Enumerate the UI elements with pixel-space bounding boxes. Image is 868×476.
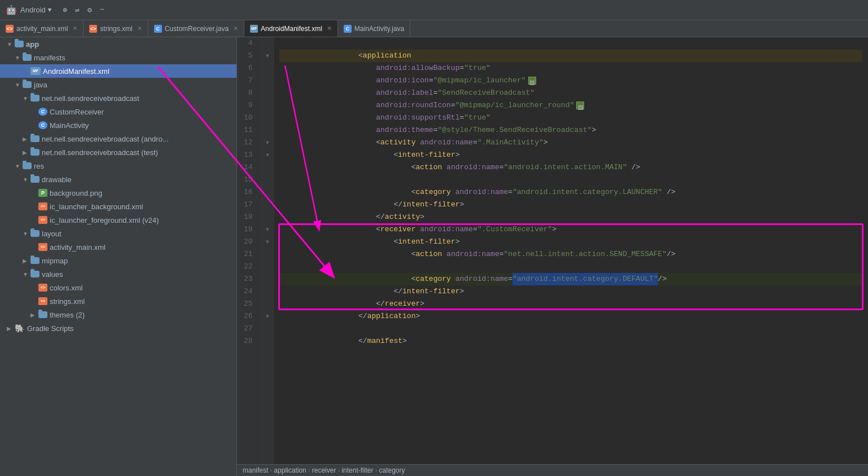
code-lines[interactable]: <application android:allowBackup="true" … [274,37,868,347]
sidebar-item-themes[interactable]: themes (2) [0,308,236,321]
gutter-13[interactable]: ▼ [262,149,273,161]
expand-arrow-package-main[interactable] [23,95,30,102]
tab-icon-xml: <> [6,25,14,33]
tag-close-intent-filter-1: intent-filter [402,199,459,211]
sidebar-item-activity-main-xml[interactable]: <> activity_main.xml [0,240,236,254]
sidebar-item-java[interactable]: java [0,78,236,91]
breadcrumb-receiver[interactable]: receiver [312,466,336,474]
val-category-launcher: "android.intent.category.LAUNCHER" [512,186,662,199]
tab-android-manifest[interactable]: MF AndroidManifest.xml ✕ [244,20,338,37]
dropdown-arrow[interactable]: ▼ [48,7,52,14]
android-icon: 🤖 [6,5,17,16]
gutter-28 [262,335,273,347]
sidebar-item-package-test[interactable]: net.nell.sendreceivebroadcast (test) [0,146,236,159]
expand-arrow-drawable[interactable] [23,177,30,183]
sidebar-item-package-main[interactable]: net.nell.sendreceivebroadcast [0,91,236,105]
editor[interactable]: 4 5 6 7 8 9 10 11 12 13 14 15 16 17 18 1… [237,37,868,464]
expand-arrow-values[interactable] [23,271,30,277]
gutter-12[interactable]: ▼ [262,136,273,149]
attr-allowbackup: android:allowBackup [376,62,459,74]
gutter-4 [262,37,273,50]
expand-arrow-layout[interactable] [23,231,30,237]
sidebar-item-manifests[interactable]: manifests [0,51,236,64]
tab-close-strings[interactable]: ✕ [137,25,142,32]
sidebar-item-strings-xml[interactable]: <> strings.xml [0,294,236,308]
attr-theme: android:theme [376,124,433,136]
sidebar-item-background-png[interactable]: P background.png [0,186,236,200]
sidebar-item-gradle-scripts[interactable]: 🐘 Gradle Scripts [0,321,236,335]
expand-arrow-manifests[interactable] [15,55,23,61]
expand-arrow-res[interactable] [15,163,23,169]
val-label: "SendReceiveBroadcast" [437,87,534,99]
line-numbers: 4 5 6 7 8 9 10 11 12 13 14 15 16 17 18 1… [237,37,262,464]
sidebar: app manifests MF AndroidManifest.xml jav… [0,37,237,476]
gutter-22 [262,261,273,273]
expand-arrow-java[interactable] [15,82,23,88]
sidebar-item-package-android[interactable]: net.nell.sendreceivebroadcast (andro... [0,132,236,146]
equalizer-icon[interactable]: ⇌ [75,6,80,15]
tag-category-2: category [415,273,450,285]
gear-icon[interactable]: ⚙ [87,6,92,15]
sidebar-item-ic-launcher-bg[interactable]: <> ic_launcher_background.xml [0,200,236,213]
file-icon-xml-ic-fg: <> [38,216,47,224]
sidebar-label-activity-main-xml: activity_main.xml [50,243,106,252]
title-bar: 🤖 Android ▼ ⊕ ⇌ ⚙ − [0,0,868,20]
sidebar-item-android-manifest[interactable]: MF AndroidManifest.xml [0,64,236,78]
attr-category-name-1: android:name [455,186,508,199]
sidebar-label-layout: layout [42,230,62,238]
gutter-5[interactable]: ▼ [262,50,273,62]
expand-arrow-package-test[interactable] [23,149,30,156]
file-icon-main-activity: C [38,121,47,129]
breadcrumb-intent-filter[interactable]: intent-filter [341,466,373,474]
tab-activity-main[interactable]: <> activity_main.xml ✕ [0,20,84,37]
gutter-19[interactable]: ▼ [262,223,273,236]
tab-custom-receiver[interactable]: C CustomReceiver.java ✕ [148,20,244,37]
tab-icon-java: C [154,25,162,33]
sidebar-label-ic-launcher-bg: ic_launcher_background.xml [50,202,143,211]
sidebar-item-res[interactable]: res [0,159,236,173]
breadcrumb-category[interactable]: category [379,466,405,474]
gutter-14 [262,161,273,174]
sidebar-label-package-android: net.nell.sendreceivebroadcast (andro... [42,135,169,143]
tab-bar: <> activity_main.xml ✕ <> strings.xml ✕ … [0,20,868,37]
attr-label: android:label [376,87,433,99]
expand-arrow-gradle[interactable] [7,325,15,332]
file-icon-custom-receiver: C [38,108,47,116]
sidebar-item-app[interactable]: app [0,37,236,51]
file-icon-xml-colors: <> [38,284,47,292]
gutter-7 [262,74,273,87]
tab-close-custom-receiver[interactable]: ✕ [233,25,238,32]
code-container[interactable]: <application android:allowBackup="true" … [274,37,868,464]
folder-icon-drawable [30,176,40,183]
attr-action-name-1: android:name [446,161,499,174]
expand-arrow-themes[interactable] [30,312,38,318]
sidebar-item-main-activity[interactable]: C MainActivity [0,118,236,132]
expand-arrow-package-android[interactable] [23,136,30,142]
expand-arrow-mipmap[interactable] [23,258,30,264]
gutter-26[interactable]: ▼ [262,310,273,323]
tab-strings[interactable]: <> strings.xml ✕ [84,20,148,37]
code-line-27 [279,323,862,335]
gutter-15 [262,174,273,186]
tab-main-activity[interactable]: C MainActivity.java [338,20,410,37]
sidebar-item-colors-xml[interactable]: <> colors.xml [0,281,236,294]
tag-close-manifest: manifest [367,335,402,347]
sidebar-item-mipmap[interactable]: mipmap [0,254,236,267]
expand-arrow-app[interactable] [7,41,15,47]
breadcrumb-application[interactable]: application [274,466,306,474]
globe-icon[interactable]: ⊕ [63,6,67,15]
sidebar-item-custom-receiver[interactable]: C CustomReceiver [0,105,236,118]
minimize-icon[interactable]: − [100,6,104,15]
breadcrumb-manifest[interactable]: manifest [243,466,268,474]
gutter-20[interactable]: ▼ [262,236,273,248]
sidebar-item-values[interactable]: values [0,267,236,281]
folder-icon-layout [30,230,40,237]
attr-supportsrtl: android:supportsRtl [376,112,459,124]
sidebar-item-ic-launcher-fg[interactable]: <> ic_launcher_foreground.xml (v24) [0,213,236,227]
sidebar-item-layout[interactable]: layout [0,227,236,240]
tab-close-activity-main[interactable]: ✕ [72,25,77,32]
sidebar-item-drawable[interactable]: drawable [0,173,236,186]
image-indicator-9: 🖼 [576,102,584,109]
folder-icon-java [23,81,32,88]
tab-close-android-manifest[interactable]: ✕ [327,25,332,32]
